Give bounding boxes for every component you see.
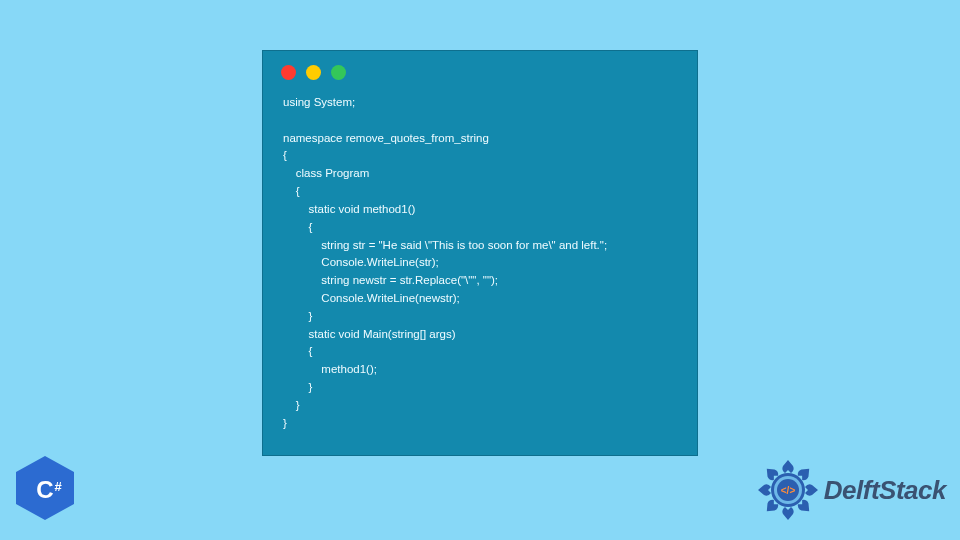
code-window: using System; namespace remove_quotes_fr… xyxy=(262,50,698,456)
delftstack-emblem-icon: </> xyxy=(756,458,820,522)
window-controls xyxy=(263,51,697,88)
delftstack-text: DelftStack xyxy=(824,475,946,506)
csharp-badge-icon: C # xyxy=(14,454,76,522)
minimize-icon[interactable] xyxy=(306,65,321,80)
maximize-icon[interactable] xyxy=(331,65,346,80)
code-block: using System; namespace remove_quotes_fr… xyxy=(263,88,697,446)
svg-text:C: C xyxy=(36,476,53,503)
svg-text:#: # xyxy=(54,479,62,494)
svg-text:</>: </> xyxy=(781,485,796,496)
close-icon[interactable] xyxy=(281,65,296,80)
delftstack-logo: </> DelftStack xyxy=(756,458,946,522)
